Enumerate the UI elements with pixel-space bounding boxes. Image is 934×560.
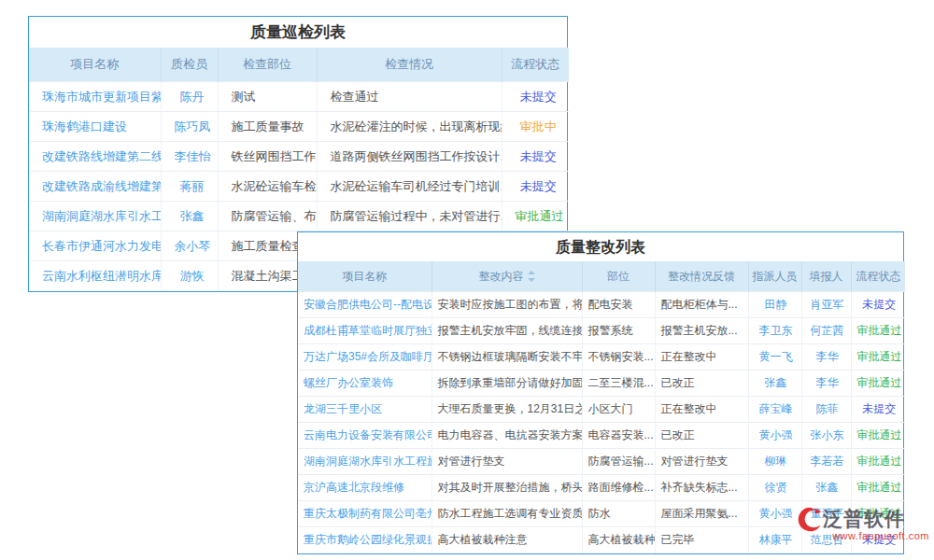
cell-link[interactable]: 湖南洞庭湖水库引水工... <box>29 202 161 231</box>
cell-text: 道路两侧铁丝网围挡工作按设计... <box>317 142 502 172</box>
table-row: 安徽合肥供电公司--配电设备...安装时应按施工图的布置，将...配电安装配电柜… <box>298 292 905 318</box>
cell-link[interactable]: 湖南洞庭湖水库引水工程施工标 <box>298 449 432 475</box>
cell-text: 已改正 <box>655 371 748 397</box>
cell-text: 报警主机安放牢固，线缆连接... <box>432 318 582 344</box>
cell-text: 防水工程施工选调有专业资质... <box>432 501 582 527</box>
column-header-1: 项目名称 <box>29 48 161 82</box>
cell-link[interactable]: 珠海鹤港口建设 <box>29 112 161 142</box>
cell-person: 田静 <box>748 292 801 318</box>
cell-link[interactable]: 京沪高速北京段维修 <box>298 475 432 501</box>
cell-text: 不锈钢安装... <box>582 344 655 371</box>
column-header-label: 流程状态 <box>856 270 900 283</box>
cell-text: 报警主机安放... <box>655 318 748 344</box>
cell-person: 徐贤 <box>748 475 801 501</box>
column-header-5: 指派人员 <box>748 261 801 292</box>
cell-link[interactable]: 云南电力设备安装有限公司20... <box>298 423 432 449</box>
column-header-7: 流程状态 <box>851 261 905 292</box>
cell-person: 余小琴 <box>161 231 218 261</box>
column-header-label: 填报人 <box>810 270 843 283</box>
table-row: 云南电力设备安装有限公司20...电力电容器、电抗器安装方案,...电容器安装.… <box>298 423 905 449</box>
cell-text: 对管进行垫支 <box>655 449 748 475</box>
sort-icon[interactable] <box>528 271 535 282</box>
column-header-label: 指派人员 <box>753 270 798 283</box>
cell-text: 防腐管运输... <box>582 449 655 475</box>
cell-text: 报警系统 <box>582 318 655 344</box>
cell-status: 审批中 <box>502 112 569 142</box>
cell-status: 未提交 <box>502 82 569 112</box>
table-row: 改建铁路线增建第二线...李佳怡铁丝网围挡工作检查道路两侧铁丝网围挡工作按设计.… <box>29 142 569 172</box>
cell-text: 对管进行垫支 <box>432 449 582 475</box>
inspection-table-title: 质量巡检列表 <box>29 17 567 48</box>
cell-text: 测试 <box>218 82 317 112</box>
cell-person: 陈巧凤 <box>161 112 218 142</box>
cell-person: 李华 <box>801 371 851 397</box>
cell-link[interactable]: 龙湖三千里小区 <box>298 397 432 423</box>
cell-text: 屋面采用聚氨... <box>655 501 748 527</box>
cell-text: 防水 <box>582 501 655 527</box>
cell-status: 未提交 <box>851 292 905 318</box>
table-row: 改建铁路成渝线增建第...蒋丽水泥砼运输车检查水泥砼运输车司机经过专门培训...… <box>29 172 569 202</box>
cell-text: 防腐管运输过程中，未对管进行... <box>317 202 502 231</box>
cell-person: 蒋丽 <box>161 172 218 202</box>
cell-person: 李佳怡 <box>161 142 218 172</box>
cell-person: 陈菲 <box>801 397 851 423</box>
column-header-2: 质检员 <box>161 48 218 82</box>
cell-link[interactable]: 安徽合肥供电公司--配电设备... <box>298 292 432 318</box>
cell-text: 电力电容器、电抗器安装方案,... <box>432 423 582 449</box>
table-row: 湖南洞庭湖水库引水工...张鑫防腐管运输、布管防腐管运输过程中，未对管进行...… <box>29 202 569 231</box>
table-row: 京沪高速北京段维修对其及时开展整治措施，桥头...路面维修检...补齐缺失标志.… <box>298 475 905 501</box>
table-row: 湖南洞庭湖水库引水工程施工标对管进行垫支防腐管运输...对管进行垫支柳琳李若若审… <box>298 449 905 475</box>
cell-link[interactable]: 重庆市鹅岭公园绿化景观提升... <box>298 527 432 553</box>
cell-person: 黄小强 <box>748 423 801 449</box>
brand-watermark: 泛普软件 www.fanpusoft.com <box>797 506 929 541</box>
cell-status: 审批通过 <box>851 475 905 501</box>
cell-person: 张鑫 <box>801 475 851 501</box>
cell-text: 路面维修检... <box>582 475 655 501</box>
column-header-label: 质检员 <box>171 57 207 71</box>
table-row: 珠海市城市更新项目紫...陈丹测试检查通过未提交 <box>29 82 569 112</box>
cell-person: 李华 <box>801 344 851 371</box>
header-row: 项目名称整改内容部位整改情况反馈指派人员填报人流程状态 <box>298 261 905 292</box>
column-header-5: 流程状态 <box>502 48 569 82</box>
cell-link[interactable]: 改建铁路成渝线增建第... <box>29 172 161 202</box>
column-header-1: 项目名称 <box>298 261 432 292</box>
cell-text: 安装时应按施工图的布置，将... <box>432 292 582 318</box>
cell-link[interactable]: 万达广场35#会所及咖啡厅空... <box>298 344 432 371</box>
cell-status: 未提交 <box>502 172 569 202</box>
cell-link[interactable]: 珠海市城市更新项目紫... <box>29 82 161 112</box>
cell-text: 配电安装 <box>582 292 655 318</box>
table-row: 螺丝厂办公室装饰拆除到承重墙部分请做好加固...二至三楼混...已改正张鑫李华审… <box>298 371 905 397</box>
cell-link[interactable]: 长春市伊通河水力发电... <box>29 231 161 261</box>
cell-text: 施工质量事故 <box>218 112 317 142</box>
cell-person: 何芷茜 <box>801 318 851 344</box>
cell-text: 正在整改中 <box>655 344 748 371</box>
table-row: 龙湖三千里小区大理石质量更换，12月31日之...小区大门正在整改中薛宝峰陈菲未… <box>298 397 905 423</box>
cell-link[interactable]: 重庆太极制药有限公司亳州中... <box>298 501 432 527</box>
column-header-label: 项目名称 <box>70 57 119 71</box>
column-header-label: 检查部位 <box>243 57 291 71</box>
cell-link[interactable]: 成都杜甫草堂临时展厅独立展... <box>298 318 432 344</box>
cell-person: 张鑫 <box>748 371 801 397</box>
cell-person: 肖亚军 <box>801 292 851 318</box>
table-row: 万达广场35#会所及咖啡厅空...不锈钢边框玻璃隔断安装不牢...不锈钢安装..… <box>298 344 905 371</box>
fanpu-logo-icon <box>797 506 823 532</box>
column-header-4: 检查情况 <box>317 48 502 82</box>
cell-link[interactable]: 云南水利枢纽潜明水库... <box>29 261 161 291</box>
cell-link[interactable]: 螺丝厂办公室装饰 <box>298 371 432 397</box>
cell-person: 李卫东 <box>748 318 801 344</box>
cell-text: 铁丝网围挡工作检查 <box>218 142 317 172</box>
cell-person: 林康平 <box>748 527 801 553</box>
cell-text: 对其及时开展整治措施，桥头... <box>432 475 582 501</box>
cell-text: 已改正 <box>655 423 748 449</box>
cell-person: 游恢 <box>161 261 218 291</box>
cell-link[interactable]: 改建铁路线增建第二线... <box>29 142 161 172</box>
cell-text: 检查通过 <box>317 82 502 112</box>
rectification-table-title: 质量整改列表 <box>298 232 903 261</box>
cell-text: 大理石质量更换，12月31日之... <box>432 397 582 423</box>
column-header-2[interactable]: 整改内容 <box>432 261 582 292</box>
cell-text: 高大植被栽种 <box>582 527 655 553</box>
cell-status: 未提交 <box>502 142 569 172</box>
table-row: 成都杜甫草堂临时展厅独立展...报警主机安放牢固，线缆连接...报警系统报警主机… <box>298 318 905 344</box>
cell-person: 李若若 <box>801 449 851 475</box>
cell-text: 正在整改中 <box>655 397 748 423</box>
